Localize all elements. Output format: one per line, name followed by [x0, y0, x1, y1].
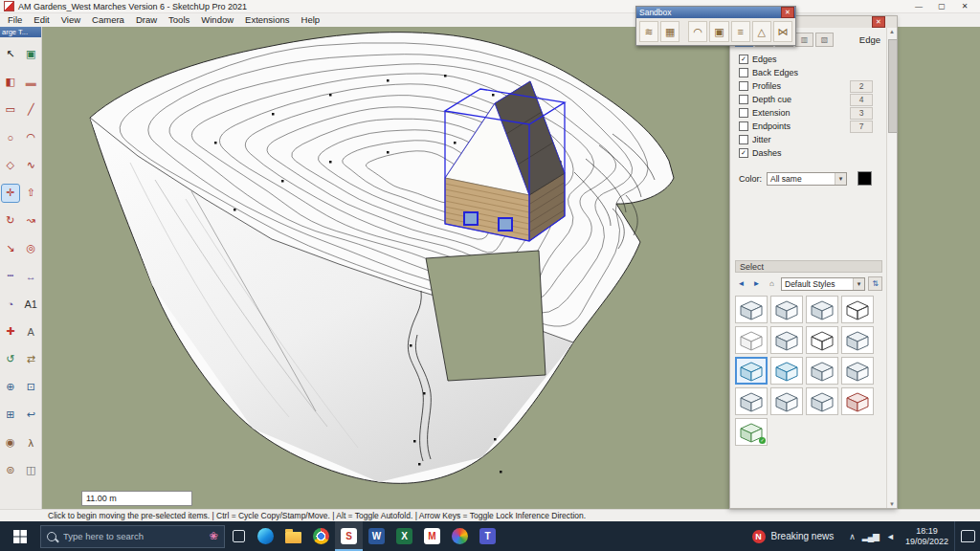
tray-close-icon[interactable]: ✕ [872, 16, 885, 28]
add-detail-tool-button[interactable]: △ [752, 21, 771, 42]
select-section-header[interactable]: Select [735, 260, 882, 273]
gmail-taskbar-button[interactable]: M [418, 521, 446, 551]
flip-edge-tool-button[interactable]: ⋈ [773, 21, 792, 42]
volume-icon[interactable]: ◄ [886, 532, 894, 541]
section-plane-tool-button[interactable]: ◫ [22, 462, 39, 479]
style-collections-dropdown[interactable]: Default Styles ▾ [781, 277, 865, 291]
jitter-checkbox[interactable] [739, 135, 748, 144]
follow-me-tool-button[interactable]: ↝ [22, 212, 39, 230]
previous-tool-button[interactable]: ↩ [22, 407, 39, 424]
menu-camera[interactable]: Camera [86, 13, 130, 27]
extension-checkbox[interactable] [739, 108, 748, 118]
rectangle-tool-button[interactable]: ▭ [2, 101, 19, 119]
back-edges-checkbox[interactable] [739, 68, 748, 77]
network-icon[interactable]: ▂▄▆ [862, 532, 879, 541]
photos-taskbar-button[interactable] [446, 521, 474, 551]
edge-taskbar-button[interactable] [252, 521, 279, 551]
sandbox-close-icon[interactable]: ✕ [781, 7, 794, 18]
style-thumbnail[interactable]: ✓ [735, 418, 768, 446]
select-tool-button[interactable]: ↖ [2, 46, 19, 63]
sandbox-title-bar[interactable]: Sandbox ✕ [636, 7, 795, 18]
profiles-value[interactable]: 2 [850, 80, 873, 93]
style-thumbnail[interactable] [841, 296, 874, 323]
style-view-options-button[interactable]: ⇅ [868, 276, 882, 291]
news-widget[interactable]: N Breaking news [743, 530, 844, 543]
move-tool-button[interactable]: ✛ [2, 185, 19, 202]
style-thumbnail[interactable] [770, 326, 803, 354]
edges-checkbox[interactable]: ✓ [739, 55, 748, 64]
back-arrow-button[interactable]: ◄ [735, 277, 747, 290]
freehand-tool-button[interactable]: ∿ [22, 157, 39, 174]
style-thumbnail[interactable] [841, 387, 874, 415]
walk-tool-button[interactable]: λ [22, 434, 39, 452]
sketchup-taskbar-button[interactable]: S [335, 521, 363, 551]
scroll-down-icon[interactable]: ▼ [887, 501, 897, 507]
axes-tool-button[interactable]: ✚ [2, 323, 19, 341]
menu-help[interactable]: Help [296, 13, 326, 27]
drape-tool-button[interactable]: ≡ [731, 21, 750, 42]
minimize-button[interactable]: — [907, 0, 930, 13]
depth-cue-checkbox[interactable] [739, 95, 748, 104]
maximize-button[interactable]: ▢ [930, 0, 953, 13]
pan-tool-button[interactable]: ⇄ [22, 351, 39, 368]
stamp-tool-button[interactable]: ▣ [709, 21, 728, 42]
rotate-tool-button[interactable]: ↻ [2, 212, 19, 230]
circle-tool-button[interactable]: ○ [2, 129, 19, 146]
scroll-up-icon[interactable]: ▲ [887, 29, 897, 34]
zoom-extents-tool-button[interactable]: ⊞ [2, 407, 19, 424]
paint-bucket-tool-button[interactable]: ◧ [2, 74, 19, 91]
toolbar-title[interactable]: arge T... [0, 27, 41, 37]
style-thumbnail[interactable] [770, 296, 803, 323]
edge-color-swatch[interactable] [858, 171, 872, 186]
menu-tools[interactable]: Tools [163, 13, 195, 27]
from-scratch-tool-button[interactable]: ▦ [660, 21, 679, 42]
search-input[interactable] [61, 530, 178, 542]
style-thumbnail[interactable] [735, 387, 768, 415]
scale-tool-button[interactable]: ↘ [2, 240, 19, 257]
extension-value[interactable]: 3 [850, 107, 873, 120]
watermark-settings-button[interactable]: ▥ [795, 33, 813, 47]
in-model-home-button[interactable]: ⌂ [766, 277, 778, 290]
menu-extensions[interactable]: Extensions [239, 13, 295, 27]
style-thumbnail[interactable] [735, 357, 768, 385]
line-tool-button[interactable]: ╱ [22, 101, 39, 119]
scrollbar-thumb[interactable] [888, 39, 898, 133]
task-view-button[interactable] [225, 521, 252, 551]
measurements-box[interactable]: 11.00 m [81, 491, 192, 506]
look-around-tool-button[interactable]: ⊚ [2, 462, 19, 479]
style-thumbnail[interactable] [841, 357, 874, 385]
style-thumbnail[interactable] [841, 326, 874, 354]
modeling-settings-button[interactable]: ▧ [815, 33, 834, 47]
style-thumbnail[interactable] [806, 387, 838, 415]
tray-scrollbar[interactable]: ▲ ▼ [886, 28, 897, 508]
profiles-checkbox[interactable] [739, 81, 748, 91]
push-pull-tool-button[interactable]: ⇧ [22, 185, 39, 202]
menu-draw[interactable]: Draw [130, 13, 163, 27]
file-explorer-taskbar-button[interactable] [279, 521, 307, 551]
teams-taskbar-button[interactable]: T [474, 521, 501, 551]
smoove-tool-button[interactable]: ◠ [688, 21, 707, 42]
protractor-tool-button[interactable]: ◔ [2, 296, 19, 313]
position-camera-tool-button[interactable]: ◉ [2, 434, 19, 452]
excel-taskbar-button[interactable]: X [390, 521, 418, 551]
style-thumbnail[interactable] [806, 296, 838, 323]
style-thumbnail[interactable] [770, 387, 803, 415]
close-button[interactable]: ✕ [953, 0, 976, 13]
hidden-icons-chevron[interactable]: ∧ [849, 532, 855, 541]
endpoints-checkbox[interactable] [739, 121, 748, 131]
orbit-tool-button[interactable]: ↺ [2, 351, 19, 368]
style-thumbnail[interactable] [735, 326, 768, 354]
word-taskbar-button[interactable]: W [363, 521, 390, 551]
offset-tool-button[interactable]: ◎ [22, 240, 39, 257]
action-center-button[interactable] [954, 521, 980, 551]
menu-file[interactable]: File [2, 13, 28, 27]
style-thumbnail[interactable] [806, 326, 838, 354]
make-component-tool-button[interactable]: ▣ [22, 46, 39, 63]
style-thumbnail[interactable] [735, 296, 768, 323]
chrome-taskbar-button[interactable] [307, 521, 335, 551]
arc-tool-button[interactable]: ◠ [22, 129, 39, 146]
endpoints-value[interactable]: 7 [850, 121, 873, 133]
depth-cue-value[interactable]: 4 [850, 94, 873, 106]
style-thumbnail[interactable] [806, 357, 838, 385]
eraser-tool-button[interactable]: ▬ [22, 74, 39, 91]
